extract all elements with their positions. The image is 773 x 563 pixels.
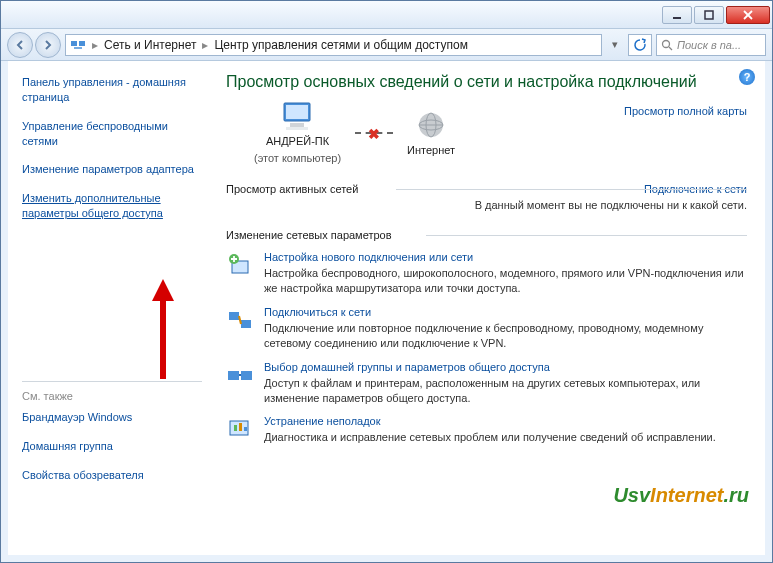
svg-rect-24 (234, 425, 237, 431)
breadcrumb[interactable]: ▸ Сеть и Интернет ▸ Центр управления сет… (65, 34, 602, 56)
view-full-map-link[interactable]: Просмотр полной карты (624, 105, 747, 117)
connection-broken: ✖ (355, 132, 393, 134)
task-new-connection-desc: Настройка беспроводного, широкополосного… (264, 266, 747, 296)
breadcrumb-sharing-center[interactable]: Центр управления сетями и общим доступом (210, 38, 472, 52)
task-connect-desc: Подключение или повторное подключение к … (264, 321, 747, 351)
connect-icon (226, 306, 254, 334)
change-settings-header: Изменение сетевых параметров (226, 229, 747, 241)
sidebar-item-control-panel-home[interactable]: Панель управления - домашняя страница (22, 75, 202, 105)
globe-icon (416, 110, 446, 140)
address-bar: ▸ Сеть и Интернет ▸ Центр управления сет… (1, 29, 772, 61)
sidebar: Панель управления - домашняя страница Уп… (8, 61, 208, 555)
help-icon[interactable]: ? (739, 69, 755, 85)
network-sharing-icon (70, 37, 86, 53)
search-icon (661, 39, 673, 51)
separator (22, 381, 202, 382)
disconnect-x-icon: ✖ (368, 126, 380, 142)
refresh-button[interactable] (628, 34, 652, 56)
minimize-button[interactable] (662, 6, 692, 24)
task-troubleshoot-desc: Диагностика и исправление сетевых пробле… (264, 430, 716, 445)
svg-rect-19 (229, 312, 239, 320)
svg-rect-5 (79, 41, 85, 46)
nav-forward-button[interactable] (35, 32, 61, 58)
svg-rect-22 (241, 371, 252, 380)
task-homegroup: Выбор домашней группы и параметров общег… (226, 361, 747, 406)
task-homegroup-link[interactable]: Выбор домашней группы и параметров общег… (264, 361, 747, 373)
task-homegroup-desc: Доступ к файлам и принтерам, расположенн… (264, 376, 747, 406)
maximize-button[interactable] (694, 6, 724, 24)
node-internet: Интернет (407, 110, 455, 157)
svg-rect-20 (241, 320, 251, 328)
svg-rect-10 (286, 105, 308, 119)
svg-rect-21 (228, 371, 239, 380)
svg-rect-26 (244, 427, 247, 431)
chevron-right-icon: ▸ (200, 38, 210, 52)
node-pc-sublabel: (этот компьютер) (254, 152, 341, 165)
sidebar-item-internet-options[interactable]: Свойства обозревателя (22, 468, 202, 483)
breadcrumb-network[interactable]: Сеть и Интернет (100, 38, 200, 52)
new-connection-icon (226, 251, 254, 279)
svg-rect-25 (239, 423, 242, 431)
svg-rect-11 (290, 123, 304, 127)
task-connect: Подключиться к сети Подключение или повт… (226, 306, 747, 351)
svg-rect-12 (286, 127, 308, 130)
no-connection-text: В данный момент вы не подключены ни к ка… (226, 199, 747, 211)
svg-point-7 (663, 40, 670, 47)
troubleshoot-icon (226, 415, 254, 443)
page-title: Просмотр основных сведений о сети и наст… (226, 73, 747, 91)
task-troubleshoot: Устранение неполадок Диагностика и испра… (226, 415, 747, 445)
task-troubleshoot-link[interactable]: Устранение неполадок (264, 415, 716, 427)
sidebar-item-advanced-sharing[interactable]: Изменить дополнительные параметры общего… (22, 191, 202, 221)
chevron-right-icon: ▸ (90, 38, 100, 52)
search-placeholder: Поиск в па... (677, 39, 741, 51)
main-content: ? Просмотр основных сведений о сети и на… (208, 61, 765, 555)
svg-rect-1 (705, 11, 713, 19)
active-networks-header: Просмотр активных сетей Подключение к се… (226, 183, 747, 195)
search-input[interactable]: Поиск в па... (656, 34, 766, 56)
node-internet-label: Интернет (407, 144, 455, 157)
window-titlebar (1, 1, 772, 29)
address-dropdown-button[interactable]: ▾ (606, 38, 624, 51)
close-button[interactable] (726, 6, 770, 24)
sidebar-item-homegroup[interactable]: Домашняя группа (22, 439, 202, 454)
svg-line-8 (669, 47, 672, 50)
task-new-connection: Настройка нового подключения или сети На… (226, 251, 747, 296)
homegroup-icon (226, 361, 254, 389)
nav-back-button[interactable] (7, 32, 33, 58)
task-new-connection-link[interactable]: Настройка нового подключения или сети (264, 251, 747, 263)
svg-rect-4 (71, 41, 77, 46)
task-connect-link[interactable]: Подключиться к сети (264, 306, 747, 318)
sidebar-item-adapter-settings[interactable]: Изменение параметров адаптера (22, 162, 202, 177)
sidebar-item-wireless[interactable]: Управление беспроводными сетями (22, 119, 202, 149)
see-also-header: См. также (22, 390, 202, 402)
sidebar-item-firewall[interactable]: Брандмауэр Windows (22, 410, 202, 425)
node-this-pc: АНДРЕЙ-ПК (этот компьютер) (254, 101, 341, 165)
node-pc-label: АНДРЕЙ-ПК (266, 135, 329, 148)
computer-icon (280, 101, 316, 131)
